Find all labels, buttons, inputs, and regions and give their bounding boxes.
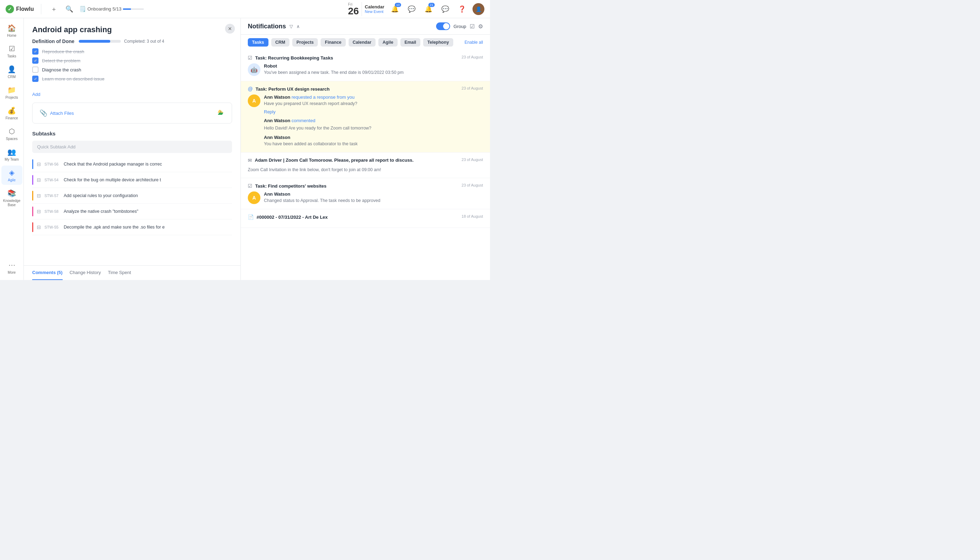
notification-icon-btn[interactable]: 🔔 21 (422, 3, 435, 15)
subtasks-section: Subtasks Quick Subtask Add ⊟ STW-56 Chec… (24, 130, 240, 235)
notif-item-2-sub: Ann Watson commented Hello David! Are yo… (264, 118, 483, 132)
sidebar-item-myteam[interactable]: 👥 My Team (2, 145, 22, 164)
reply-button[interactable]: Reply (264, 109, 275, 115)
subtask-id-3: STW-57 (45, 193, 60, 198)
filter-tab-email[interactable]: Email (400, 38, 420, 47)
close-task-button[interactable]: ✕ (225, 24, 235, 33)
notif-icon-2: @ (248, 86, 253, 92)
filter-tab-calendar[interactable]: Calendar (348, 38, 376, 47)
notif-item-5: 📄 #000002 - 07/31/2022 - Art De Lex 18 o… (241, 209, 490, 228)
group-toggle[interactable] (436, 22, 450, 30)
filter-tab-telephony[interactable]: Telephony (423, 38, 453, 47)
notif-check-1[interactable]: ☑ (248, 55, 252, 60)
sidebar-item-knowledge[interactable]: 📚 Knowledge Base (2, 186, 22, 210)
filter-tab-tasks[interactable]: Tasks (248, 38, 268, 47)
progress-text: Completed: 3 out of 4 (124, 39, 165, 44)
notif-header: Notifications ▽ ∧ Group ☑ ⚙ (241, 18, 490, 35)
cal-sub[interactable]: New Event (365, 10, 384, 13)
task-panel: ✕ Android app crashing Definition of Don… (24, 18, 241, 280)
subtask-item-5[interactable]: ⊟ STW-55 Decompile the .apk and make sur… (32, 220, 232, 235)
sidebar-item-finance[interactable]: 💰 Finance (2, 103, 22, 123)
filter-icon[interactable]: ▽ (290, 24, 293, 29)
help-icon-btn[interactable]: ❓ (456, 3, 468, 15)
filter-tab-finance[interactable]: Finance (321, 38, 345, 47)
onboarding-bar-fill (123, 8, 131, 10)
sidebar-item-tasks[interactable]: ☑ Tasks (2, 42, 22, 61)
notif-item-2-sub2: Ann Watson You have been added as collab… (264, 135, 483, 147)
search-button[interactable]: 🔍 (64, 3, 75, 15)
attach-box[interactable]: 📎 Attach Files (32, 103, 232, 123)
checkbox-2[interactable]: ✓ (32, 57, 38, 64)
notif-item-5-title: #000002 - 07/31/2022 - Art De Lex (257, 215, 328, 220)
subtask-bar-4 (32, 207, 33, 216)
sidebar-label-projects: Projects (5, 95, 18, 99)
onboarding-tag[interactable]: 🗒️ Onboarding 5/13 (79, 6, 144, 12)
notif-item-4-user: Ann Watson (264, 192, 290, 197)
logo[interactable]: ✓ Flowlu (6, 5, 34, 13)
notif-item-2-text: Have you prepared UX research report alr… (264, 101, 483, 107)
subtask-icon-1: ⊟ (37, 162, 41, 167)
check-label-2: Detect the problem (42, 58, 80, 63)
check-label-3: Diagnose the crash (42, 67, 81, 72)
notif-item-4-date: 23 of August (462, 183, 483, 187)
check-item-1: ✓ Reproduce the crash (32, 48, 232, 55)
message-icon-btn[interactable]: 💬 (405, 3, 418, 15)
checkbox-1[interactable]: ✓ (32, 48, 38, 55)
notif-check-4[interactable]: ☑ (248, 183, 252, 188)
tab-timespent[interactable]: Time Spent (108, 266, 131, 280)
notif-item-3: ✉ Adam Driver | Zoom Call Tomoroow. Plea… (241, 153, 490, 178)
sort-icon[interactable]: ∧ (297, 24, 300, 29)
subtask-item-4[interactable]: ⊟ STW-58 Analyze the native crash "tombs… (32, 204, 232, 220)
sidebar: 🏠 Home ☑ Tasks 👤 CRM 📁 Projects 💰 Financ… (0, 18, 24, 280)
def-header: Definition of Done Completed: 3 out of 4 (32, 38, 232, 44)
ann-sub-user-2: Ann Watson (264, 135, 290, 140)
notif-item-1-body: 🤖 Robot You've been assigned a new task.… (248, 63, 483, 76)
notif-item-3-date: 23 of August (462, 158, 483, 162)
notif-item-2: @ Task: Perform UX design research 23 of… (241, 81, 490, 153)
subtask-item-1[interactable]: ⊟ STW-56 Check that the Android package … (32, 157, 232, 172)
notification-list: ☑ Task: Recurring Bookkeeping Tasks 23 o… (241, 50, 490, 280)
crm-icon: 👤 (7, 65, 16, 73)
subtask-bar-1 (32, 159, 33, 169)
filter-tab-crm[interactable]: CRM (271, 38, 290, 47)
user-avatar[interactable]: 👤 (472, 3, 484, 15)
group-label: Group (453, 24, 466, 29)
tab-history[interactable]: Change History (70, 266, 101, 280)
notif-icon-3: ✉ (248, 158, 252, 163)
sidebar-item-agile[interactable]: ◈ Agile (2, 165, 22, 185)
ann-sub-user-1: Ann Watson (264, 118, 290, 123)
notif-item-4-body: A Ann Watson Changed status to Approval.… (248, 192, 483, 204)
subtask-item-3[interactable]: ⊟ STW-57 Add special rules to your confi… (32, 188, 232, 204)
notif-item-2-body: A Ann Watson requested a response from y… (248, 95, 483, 147)
spaces-icon: ⬡ (9, 127, 15, 135)
toggle-knob (443, 23, 449, 29)
quick-add[interactable]: Quick Subtask Add (32, 141, 232, 153)
sidebar-item-projects[interactable]: 📁 Projects (2, 83, 22, 102)
sidebar-item-more[interactable]: ⋯ More (2, 258, 22, 277)
add-link[interactable]: Add (24, 92, 240, 97)
sidebar-item-spaces[interactable]: ⬡ Spaces (2, 124, 22, 143)
add-button[interactable]: ＋ (48, 3, 60, 15)
filter-tabs: Tasks CRM Projects Finance Calendar Agil… (241, 35, 490, 50)
sidebar-item-home[interactable]: 🏠 Home (2, 21, 22, 40)
sidebar-item-crm[interactable]: 👤 CRM (2, 62, 22, 82)
settings-icon[interactable]: ☑ (470, 23, 475, 30)
notif-item-3-title-row: ✉ Adam Driver | Zoom Call Tomoroow. Plea… (248, 158, 414, 163)
tab-timespent-label: Time Spent (108, 270, 131, 275)
chat-icon-btn[interactable]: 💬 (439, 3, 452, 15)
checkbox-3[interactable] (32, 67, 38, 73)
checkbox-4[interactable]: ✓ (32, 76, 38, 82)
tab-comments[interactable]: Comments (5) (32, 266, 63, 280)
gear-icon[interactable]: ⚙ (478, 23, 483, 30)
bell-icon-btn[interactable]: 🔔 10 (388, 3, 401, 15)
cal-num: 26 (348, 6, 359, 16)
notif-item-4-title-row: ☑ Task: Find competitors' websites (248, 183, 327, 188)
sidebar-label-agile: Agile (8, 178, 15, 182)
subtask-item-2[interactable]: ⊟ STW-54 Check for the bug on multiple d… (32, 172, 232, 188)
filter-tab-projects[interactable]: Projects (292, 38, 318, 47)
notif-title: Notifications (248, 23, 286, 30)
filter-tab-agile[interactable]: Agile (378, 38, 398, 47)
tasks-icon: ☑ (9, 45, 15, 53)
enable-all-link[interactable]: Enable all (465, 40, 483, 45)
notif-item-1-header: ☑ Task: Recurring Bookkeeping Tasks 23 o… (248, 55, 483, 60)
